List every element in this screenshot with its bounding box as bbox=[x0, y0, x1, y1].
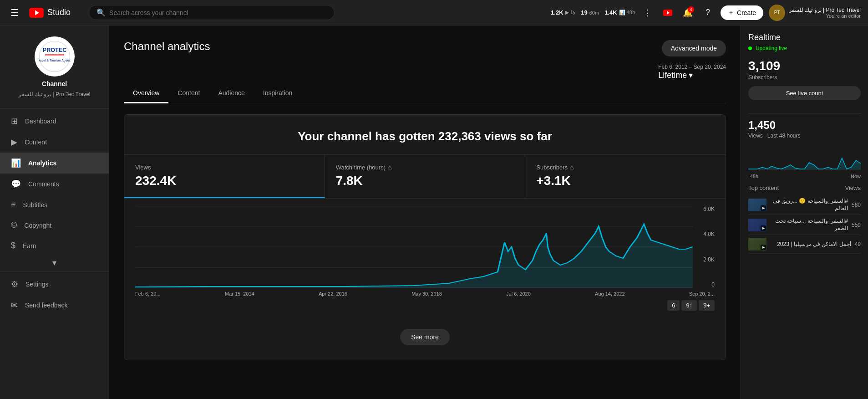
sidebar-scroll-btn[interactable]: ▾ bbox=[0, 256, 109, 270]
metric-subscribers[interactable]: Subscribers ⚠ +3.1K bbox=[525, 155, 726, 198]
sparkline-svg bbox=[748, 144, 861, 172]
metric-views[interactable]: Views 232.4K bbox=[124, 155, 325, 198]
earn-icon: $ bbox=[11, 241, 15, 251]
metrics-row: Views 232.4K Watch time (hours) ⚠ 7.8K S… bbox=[124, 155, 726, 199]
subtitles-icon: ≡ bbox=[11, 200, 16, 210]
sidebar-item-earn[interactable]: $ Earn bbox=[0, 235, 109, 256]
user-name: برو تيك للسفر | Pro Tec Travel bbox=[789, 7, 861, 13]
x-label-0: Feb 6, 20... bbox=[135, 291, 161, 297]
realtime-subs-label: Subscribers bbox=[748, 74, 861, 81]
top-content-views-2: 49 bbox=[855, 241, 861, 247]
sidebar-item-copyright[interactable]: © Copyright bbox=[0, 215, 109, 235]
top-content-views-header: Views bbox=[845, 184, 861, 191]
sidebar-item-comments[interactable]: 💬 Comments bbox=[0, 174, 109, 194]
y-label-4k: 4.0K bbox=[696, 231, 715, 237]
sidebar-label-content: Content bbox=[25, 138, 47, 146]
date-range[interactable]: Feb 6, 2012 – Sep 20, 2024 Lifetime ▾ bbox=[658, 64, 726, 80]
sidebar-item-settings[interactable]: ⚙ Settings bbox=[0, 274, 109, 295]
x-label-2: Apr 22, 2016 bbox=[319, 291, 347, 297]
body-layout: PROTEC Travel & Tourism Agency Channel ب… bbox=[0, 26, 868, 399]
tab-inspiration[interactable]: Inspiration bbox=[254, 84, 302, 103]
sidebar-label-dashboard: Dashboard bbox=[25, 118, 56, 125]
metric-subs-value: +3.1K bbox=[536, 174, 715, 188]
zoom-9up-button[interactable]: 9↑ bbox=[681, 300, 697, 311]
svg-marker-15 bbox=[748, 158, 861, 169]
y-label-2k: 2.0K bbox=[696, 256, 715, 263]
zoom-6-button[interactable]: 6 bbox=[667, 300, 680, 311]
menu-icon: ☰ bbox=[10, 7, 19, 18]
realtime-subs-count: 3,109 bbox=[748, 59, 861, 73]
x-label-5: Aug 14, 2022 bbox=[595, 291, 624, 297]
channel-name: Channel bbox=[42, 80, 67, 87]
sidebar-label-subtitles: Subtitles bbox=[23, 201, 48, 209]
x-label-6: Sep 20, 2... bbox=[689, 291, 715, 297]
search-bar[interactable]: 🔍 bbox=[89, 5, 335, 20]
create-button[interactable]: ＋ Create bbox=[721, 5, 763, 20]
metric-views-value: 232.4K bbox=[135, 174, 314, 188]
sidebar-item-subtitles[interactable]: ≡ Subtitles bbox=[0, 194, 109, 215]
metric-watchtime-value: 7.8K bbox=[336, 174, 514, 188]
zoom-controls: 6 9↑ 9+ bbox=[135, 300, 715, 311]
top-content-views-0: 580 bbox=[852, 202, 861, 208]
user-avatar-block[interactable]: PT برو تيك للسفر | Pro Tec Travel You're… bbox=[769, 5, 861, 21]
x-label-1: Mar 15, 2014 bbox=[225, 291, 254, 297]
metric-watchtime[interactable]: Watch time (hours) ⚠ 7.8K bbox=[325, 155, 526, 198]
youtube-button[interactable] bbox=[660, 5, 675, 20]
see-live-count-button[interactable]: See live count bbox=[748, 86, 861, 100]
sidebar-item-dashboard[interactable]: ⊞ Dashboard bbox=[0, 111, 109, 132]
top-content-title-1: #السفر_والسياحة ...سياحة تحت الصفر bbox=[770, 218, 848, 232]
channel-avatar: PROTEC Travel & Tourism Agency bbox=[35, 36, 75, 77]
top-content-item-1[interactable]: ▶ #السفر_والسياحة ...سياحة تحت الصفر 559 bbox=[748, 215, 861, 235]
analytics-panel: Your channel has gotten 232,363 views so… bbox=[124, 114, 726, 360]
analytics-icon: 📊 bbox=[11, 158, 21, 168]
tab-overview[interactable]: Overview bbox=[124, 84, 168, 103]
tab-content[interactable]: Content bbox=[168, 84, 209, 103]
top-content-item-2[interactable]: ▶ أجمل الاماكن في مرسيليا | 2023 49 bbox=[748, 235, 861, 254]
logo: Studio bbox=[29, 8, 71, 18]
sidebar-item-feedback[interactable]: ✉ Send feedback bbox=[0, 295, 109, 316]
stat-60m[interactable]: 19 60m bbox=[581, 9, 599, 16]
period-label: Lifetime ▾ bbox=[658, 70, 726, 80]
feedback-icon: ✉ bbox=[11, 300, 18, 310]
play-icon-2: ▶ bbox=[761, 245, 766, 250]
stat-1y[interactable]: 1.2K ▶ 1y bbox=[551, 9, 575, 16]
protec-logo-icon: PROTEC Travel & Tourism Agency bbox=[39, 41, 71, 72]
play-icon-0: ▶ bbox=[761, 205, 766, 211]
top-content-item-0[interactable]: ▶ #السفر_والسياحة 🙂 ...رزيق فى العالم 58… bbox=[748, 195, 861, 215]
sidebar-divider bbox=[0, 108, 109, 109]
sidebar-label-copyright: Copyright bbox=[24, 222, 51, 229]
sparkline-right-label: Now bbox=[851, 174, 861, 179]
zoom-9plus-button[interactable]: 9+ bbox=[699, 300, 715, 311]
top-content-thumb-0: ▶ bbox=[748, 199, 766, 211]
tabs: Overview Content Audience Inspiration bbox=[124, 84, 726, 103]
chevron-down-icon: ▾ bbox=[689, 70, 693, 80]
chart-area: 6.0K 4.0K 2.0K 0 Feb 6, 20... Mar 15, 20… bbox=[124, 199, 726, 322]
svg-text:Travel & Tourism Agency: Travel & Tourism Agency bbox=[39, 59, 71, 62]
right-panel: Realtime Updating live 3,109 Subscribers… bbox=[741, 26, 868, 399]
sidebar: PROTEC Travel & Tourism Agency Channel ب… bbox=[0, 26, 109, 399]
svg-point-4 bbox=[39, 41, 70, 72]
see-more-button[interactable]: See more bbox=[400, 329, 450, 345]
stat-48h-sub: 📊 48h bbox=[619, 10, 635, 15]
sidebar-divider-2 bbox=[0, 271, 109, 272]
menu-button[interactable]: ☰ bbox=[7, 5, 22, 20]
sidebar-label-earn: Earn bbox=[23, 242, 36, 250]
sidebar-item-content[interactable]: ▶ Content bbox=[0, 132, 109, 153]
stat-48h-value: 1.4K bbox=[604, 9, 617, 16]
stat-48h[interactable]: 1.4K 📊 48h bbox=[604, 9, 635, 16]
advanced-mode-button[interactable]: Advanced mode bbox=[662, 40, 726, 56]
search-input[interactable] bbox=[109, 9, 327, 16]
avatar: PT bbox=[769, 5, 785, 21]
options-button[interactable]: ⋮ bbox=[640, 5, 655, 20]
sidebar-item-analytics[interactable]: 📊 Analytics bbox=[0, 153, 109, 174]
main-content: Channel analytics Advanced mode Feb 6, 2… bbox=[109, 26, 741, 399]
play-icon-1: ▶ bbox=[761, 225, 766, 231]
comments-icon: 💬 bbox=[11, 179, 21, 189]
sidebar-label-analytics: Analytics bbox=[28, 159, 56, 167]
help-button[interactable]: ? bbox=[700, 5, 715, 20]
studio-label: Studio bbox=[47, 8, 71, 17]
notification-button[interactable]: 🔔 4 bbox=[680, 5, 695, 20]
live-dot bbox=[748, 46, 752, 50]
tab-audience[interactable]: Audience bbox=[209, 84, 254, 103]
stat-60m-value: 19 bbox=[581, 9, 587, 16]
